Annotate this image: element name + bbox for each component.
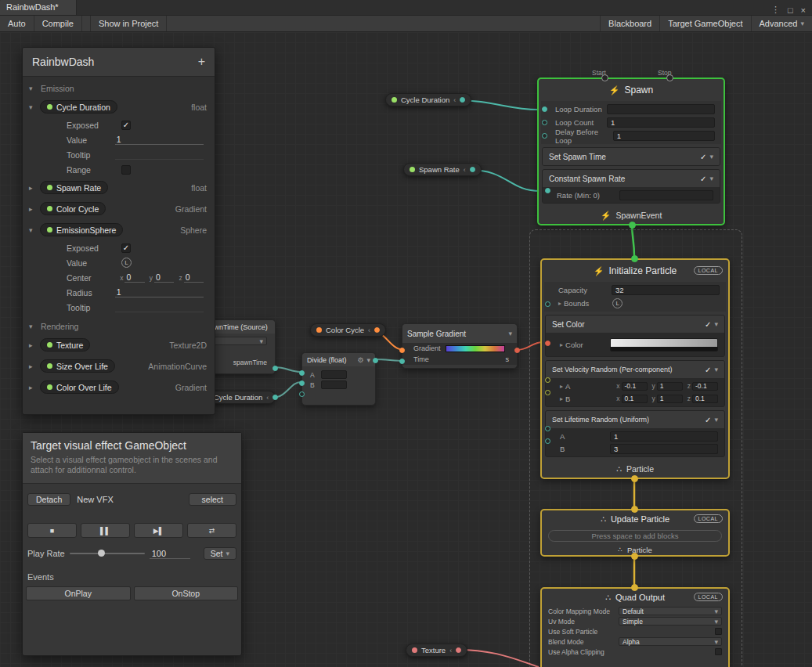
close-icon[interactable]: × bbox=[801, 5, 806, 15]
velocity-a-x-field[interactable]: -0.1 bbox=[622, 382, 648, 391]
stop-button[interactable]: ■ bbox=[27, 523, 77, 538]
maximize-icon[interactable]: □ bbox=[788, 5, 793, 15]
check-icon[interactable]: ✓ bbox=[700, 175, 706, 183]
update-node-header[interactable]: ∴ Update Particle LOCAL bbox=[542, 510, 728, 528]
param-pill[interactable]: Color Over Life bbox=[40, 380, 119, 394]
param-pill[interactable]: Spawn Rate bbox=[40, 181, 108, 194]
bounds-port[interactable] bbox=[545, 301, 550, 307]
param-pill-texture[interactable]: Texture ‹ bbox=[406, 644, 467, 657]
bounds-local-indicator[interactable]: L bbox=[612, 298, 623, 308]
check-icon[interactable]: ✓ bbox=[700, 153, 706, 161]
output-port[interactable] bbox=[456, 647, 461, 653]
set-spawn-time-block[interactable]: Set Spawn Time ✓ ▾ bbox=[543, 148, 720, 165]
delay-before-loop-field[interactable]: 1 bbox=[613, 131, 715, 141]
set-rate-button[interactable]: Set ▾ bbox=[204, 547, 236, 560]
velocity-b-y-field[interactable]: 1 bbox=[657, 395, 683, 403]
color-port[interactable] bbox=[545, 341, 550, 346]
value-local-indicator[interactable]: L bbox=[121, 258, 132, 268]
divide-output-port[interactable] bbox=[373, 358, 378, 363]
param-pill[interactable]: EmissionSphere bbox=[40, 223, 123, 236]
divide-a-field[interactable] bbox=[321, 370, 347, 379]
initialize-input-port[interactable] bbox=[631, 255, 638, 262]
param-pill[interactable]: Cycle Duration bbox=[40, 100, 117, 114]
blackboard-toggle-button[interactable]: Blackboard bbox=[600, 16, 659, 31]
add-parameter-button[interactable]: + bbox=[198, 55, 205, 69]
update-particle-node[interactable]: ∴ Update Particle LOCAL Press space to a… bbox=[540, 509, 730, 557]
param-pill[interactable]: Size Over Life bbox=[40, 359, 115, 373]
lifetime-b-port[interactable] bbox=[545, 438, 550, 444]
update-output-port[interactable] bbox=[631, 553, 638, 560]
param-pill[interactable]: Color Cycle bbox=[40, 202, 106, 215]
radius-field[interactable]: 1 bbox=[115, 287, 204, 297]
blackboard-header[interactable]: RainbwDash + bbox=[23, 48, 215, 77]
chevron-right-icon[interactable]: ▸ bbox=[29, 205, 36, 213]
chevron-down-icon[interactable]: ▾ bbox=[709, 153, 713, 160]
param-pill-color-cycle[interactable]: Color Cycle ‹ bbox=[310, 323, 386, 337]
chevron-down-icon[interactable]: ▾ bbox=[29, 226, 36, 234]
blend-mode-dropdown[interactable]: Alpha ▾ bbox=[619, 637, 722, 646]
gradient-preview[interactable] bbox=[446, 345, 505, 352]
divide-node[interactable]: Divide (float) ⚙ ▾ A B bbox=[301, 352, 376, 406]
value-field[interactable]: 1 bbox=[115, 135, 204, 145]
center-z-field[interactable]: 0 bbox=[184, 272, 204, 283]
chevron-down-icon[interactable]: ▾ bbox=[29, 103, 36, 111]
chevron-right-icon[interactable]: ▸ bbox=[29, 341, 36, 349]
capacity-field[interactable]: 32 bbox=[612, 285, 720, 295]
initialize-output-port[interactable] bbox=[631, 475, 638, 482]
chevron-right-icon[interactable]: ▸ bbox=[29, 384, 36, 391]
set-lifetime-random-block[interactable]: Set Lifetime Random (Uniform) ✓ ▾ bbox=[546, 411, 724, 428]
chevron-right-icon[interactable]: ▸ bbox=[29, 362, 36, 370]
color-mapping-mode-dropdown[interactable]: Default ▾ bbox=[619, 607, 722, 615]
divide-b-field[interactable] bbox=[321, 380, 347, 389]
range-checkbox[interactable] bbox=[121, 165, 131, 175]
set-color-block[interactable]: Set Color ✓ ▾ bbox=[546, 315, 724, 333]
use-soft-particle-checkbox[interactable] bbox=[715, 628, 722, 635]
detach-button[interactable]: Detach bbox=[27, 493, 70, 506]
quad-input-port[interactable] bbox=[631, 584, 638, 591]
chevron-down-icon[interactable]: ▾ bbox=[709, 175, 713, 182]
check-icon[interactable]: ✓ bbox=[705, 416, 711, 424]
spawn-node[interactable]: Start Stop ⚡ Spawn Loop Duration Loop Co… bbox=[537, 78, 725, 225]
add-blocks-placeholder[interactable]: Press space to add blocks bbox=[548, 530, 722, 542]
time-input-port[interactable] bbox=[399, 359, 405, 364]
category-rendering[interactable]: ▾ Rendering bbox=[23, 319, 215, 334]
chevron-right-icon[interactable]: ▸ bbox=[29, 184, 36, 192]
loop-duration-port[interactable] bbox=[542, 106, 547, 112]
window-tab[interactable]: RainbwDash* bbox=[0, 0, 77, 15]
velocity-b-x-field[interactable]: 0.1 bbox=[622, 395, 648, 403]
compile-button[interactable]: Compile bbox=[34, 16, 82, 31]
velocity-a-y-field[interactable]: 1 bbox=[657, 382, 683, 391]
check-icon[interactable]: ✓ bbox=[705, 320, 711, 329]
slider-knob[interactable] bbox=[98, 550, 105, 557]
divide-node-header[interactable]: Divide (float) ⚙ ▾ bbox=[302, 353, 375, 366]
divide-extra-port[interactable] bbox=[299, 391, 305, 397]
quad-output-node[interactable]: ∴ Quad Output LOCAL Color Mapping Mode D… bbox=[540, 587, 730, 667]
spawn-output-port[interactable] bbox=[629, 222, 636, 229]
sample-gradient-output-port[interactable] bbox=[514, 348, 520, 353]
center-y-field[interactable]: 0 bbox=[154, 272, 174, 283]
blackboard-item-cycle-duration[interactable]: ▾ Cycle Duration float bbox=[23, 96, 215, 117]
loop-count-field[interactable]: 1 bbox=[607, 117, 715, 128]
exposed-checkbox[interactable]: ✓ bbox=[121, 243, 131, 253]
param-pill[interactable]: Texture bbox=[40, 338, 90, 352]
tooltip-field[interactable] bbox=[115, 303, 204, 312]
blackboard-item-texture[interactable]: ▸ Texture Texture2D bbox=[23, 334, 215, 355]
output-port[interactable] bbox=[374, 327, 380, 333]
expander-icon[interactable]: ▸ bbox=[560, 341, 563, 348]
output-port[interactable] bbox=[460, 97, 465, 103]
expander-icon[interactable]: ▸ bbox=[560, 395, 563, 402]
velocity-b-z-field[interactable]: 0.1 bbox=[692, 395, 718, 403]
spawn-stop-port[interactable] bbox=[666, 74, 673, 81]
chevron-down-icon[interactable]: ▾ bbox=[714, 416, 718, 424]
play-rate-field[interactable]: 100 bbox=[150, 549, 190, 559]
restart-button[interactable]: ⇄ bbox=[187, 523, 236, 538]
tooltip-field[interactable] bbox=[115, 150, 204, 160]
initialize-node-header[interactable]: ⚡ Initialize Particle LOCAL bbox=[542, 260, 728, 282]
blackboard-item-color-over-life[interactable]: ▸ Color Over Life Gradient bbox=[23, 377, 215, 398]
kebab-menu-icon[interactable]: ⋮ bbox=[771, 5, 780, 15]
chevron-down-icon[interactable]: ▾ bbox=[714, 366, 718, 373]
play-rate-slider[interactable] bbox=[70, 553, 145, 554]
lifetime-b-field[interactable]: 3 bbox=[610, 444, 718, 454]
advanced-menu-button[interactable]: Advanced ▾ bbox=[751, 16, 812, 31]
velocity-a-port[interactable] bbox=[545, 377, 550, 383]
